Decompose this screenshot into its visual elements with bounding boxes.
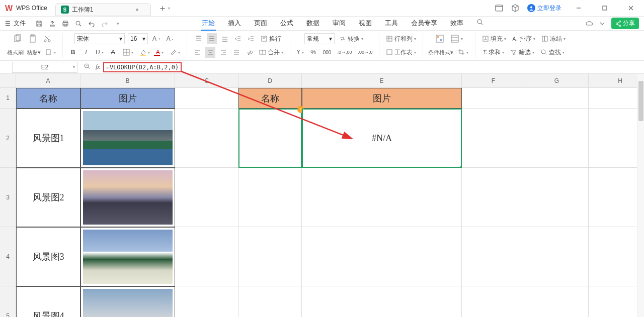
fx-icon[interactable]: fx — [96, 63, 100, 71]
cut-icon[interactable] — [42, 33, 53, 44]
cube-icon[interactable] — [511, 4, 519, 12]
convert-button[interactable]: 转换▾ — [338, 33, 365, 44]
cell-A4[interactable]: 风景图3 — [16, 227, 80, 286]
clipboard-more-icon[interactable]: ▾ — [44, 47, 57, 58]
row-header-3[interactable]: 3 — [0, 168, 16, 227]
cell-H3[interactable] — [589, 168, 644, 227]
decrease-decimal-icon[interactable]: .00→.0 — [356, 47, 374, 58]
cell-E3[interactable] — [302, 168, 462, 227]
minimize-button[interactable] — [570, 0, 588, 17]
cell-C5[interactable] — [175, 286, 238, 317]
comma-icon[interactable]: 000 — [321, 47, 333, 58]
cell-F1[interactable] — [462, 88, 525, 109]
cell-C2[interactable] — [175, 109, 238, 168]
cell-H2[interactable] — [589, 109, 644, 168]
maximize-button[interactable] — [596, 0, 614, 17]
file-menu[interactable]: 文件 — [14, 19, 26, 28]
font-size-select[interactable]: 16▾ — [128, 33, 148, 44]
merge-button[interactable]: 合并▾ — [258, 47, 285, 58]
col-header-E[interactable]: E — [302, 74, 462, 88]
sort-button[interactable]: A↓排序▾ — [511, 33, 537, 44]
col-header-D[interactable]: D — [238, 74, 302, 88]
scrollbar-thumb[interactable] — [638, 81, 643, 121]
underline-button[interactable]: U▾ — [94, 47, 105, 58]
row-header-5[interactable]: 5 — [0, 286, 16, 317]
tab-review[interactable]: 审阅 — [332, 17, 347, 31]
print-icon[interactable] — [61, 19, 70, 28]
conditional-format-label[interactable]: 条件格式▾ — [428, 49, 453, 56]
justify-icon[interactable] — [231, 47, 242, 58]
increase-indent-icon[interactable] — [246, 33, 256, 44]
col-header-C[interactable]: C — [175, 74, 238, 88]
tab-insert[interactable]: 插入 — [227, 17, 242, 31]
tab-premium[interactable]: 会员专享 — [410, 17, 438, 31]
table-style-icon[interactable]: ▾ — [449, 33, 464, 44]
search-menu-icon[interactable] — [475, 17, 485, 31]
border-icon[interactable]: ▾ — [121, 47, 135, 58]
fill-button[interactable]: 填充▾ — [480, 33, 508, 44]
strikethrough-button[interactable]: A — [108, 47, 118, 58]
cell-C4[interactable] — [175, 227, 238, 286]
cell-D5[interactable] — [238, 286, 302, 317]
bold-button[interactable]: B — [68, 47, 78, 58]
paste-icon[interactable] — [27, 33, 39, 44]
menu-icon[interactable]: ☰ — [5, 20, 11, 27]
save-icon[interactable] — [35, 19, 44, 28]
cell-F5[interactable] — [462, 286, 525, 317]
align-left-icon[interactable] — [192, 47, 202, 58]
number-format-select[interactable]: 常规▾ — [304, 33, 335, 44]
italic-button[interactable]: I — [81, 47, 91, 58]
increase-font-icon[interactable]: A+ — [151, 33, 162, 44]
qat-more-icon[interactable]: ▾ — [113, 19, 122, 28]
col-header-A[interactable]: A — [16, 74, 80, 88]
align-right-icon[interactable] — [218, 47, 228, 58]
cell-D3[interactable] — [238, 168, 302, 227]
row-header-2[interactable]: 2 — [0, 109, 16, 168]
tab-page[interactable]: 页面 — [253, 17, 268, 31]
cell-E4[interactable] — [302, 227, 462, 286]
col-header-B[interactable]: B — [80, 74, 175, 88]
cell-B5[interactable] — [80, 286, 175, 317]
decrease-indent-icon[interactable] — [233, 33, 243, 44]
cell-D1[interactable]: 名称 — [238, 88, 302, 109]
find-button[interactable]: 查找▾ — [539, 47, 566, 58]
tab-formula[interactable]: 公式 — [279, 17, 294, 31]
cell-C1[interactable] — [175, 88, 238, 109]
row-header-4[interactable]: 4 — [0, 227, 16, 286]
cell-H1[interactable] — [589, 88, 644, 109]
col-header-G[interactable]: G — [525, 74, 589, 88]
font-name-select[interactable]: 宋体▾ — [74, 33, 125, 44]
select-all-corner[interactable] — [0, 74, 16, 88]
cell-H5[interactable] — [589, 286, 644, 317]
vertical-scrollbar[interactable] — [637, 74, 644, 317]
tab-data[interactable]: 数据 — [305, 17, 320, 31]
cell-D2[interactable]: ! — [238, 109, 302, 168]
crop-icon[interactable]: ▾ — [456, 47, 470, 58]
cloud-icon[interactable] — [585, 20, 593, 28]
cell-B1[interactable]: 图片 — [80, 88, 175, 109]
undo-icon[interactable] — [87, 19, 96, 28]
cell-A5[interactable]: 风景图4 — [16, 286, 80, 317]
wrap-text-button[interactable]: 换行 — [259, 33, 283, 44]
cell-A3[interactable]: 风景图2 — [16, 168, 80, 227]
cell-B4[interactable] — [80, 227, 175, 286]
redo-icon[interactable] — [100, 19, 109, 28]
add-tab-caret-icon[interactable]: ▾ — [168, 6, 170, 11]
fill-color-icon[interactable]: ▾ — [138, 47, 151, 58]
tab-tools[interactable]: 工具 — [384, 17, 399, 31]
cell-G2[interactable] — [525, 109, 589, 168]
cell-G5[interactable] — [525, 286, 589, 317]
worksheet-button[interactable]: 工作表▾ — [384, 47, 418, 58]
format-painter-label[interactable]: 格式刷 — [7, 49, 24, 56]
window-layout-icon[interactable] — [495, 4, 503, 12]
cell-C3[interactable] — [175, 168, 238, 227]
close-button[interactable] — [622, 0, 640, 17]
currency-icon[interactable]: ¥▾ — [295, 47, 305, 58]
align-top-icon[interactable] — [194, 33, 204, 44]
cell-E5[interactable] — [302, 286, 462, 317]
tab-efficiency[interactable]: 效率 — [449, 17, 464, 31]
orientation-icon[interactable]: ab — [245, 47, 255, 58]
print-preview-icon[interactable] — [74, 19, 83, 28]
cell-D4[interactable] — [238, 227, 302, 286]
cell-B3[interactable] — [80, 168, 175, 227]
